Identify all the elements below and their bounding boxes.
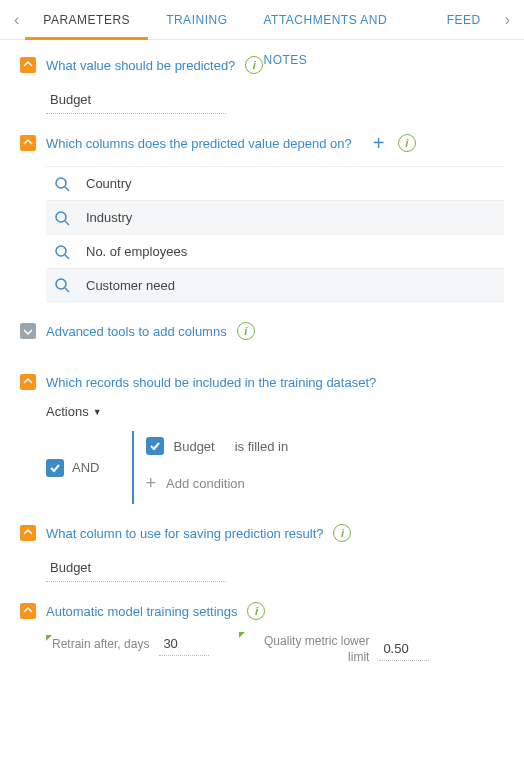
tab-bar: ‹ PARAMETERS TRAINING ATTACHMENTS AND NO… <box>0 0 524 40</box>
condition-checkbox[interactable] <box>146 437 164 455</box>
section-title: Which columns does the predicted value d… <box>46 136 352 151</box>
collapse-toggle[interactable] <box>20 525 36 541</box>
column-row[interactable]: Industry <box>46 200 504 234</box>
info-icon[interactable]: i <box>333 524 351 542</box>
save-column-field[interactable]: Budget <box>46 556 226 582</box>
predicted-value-field[interactable]: Budget <box>46 88 226 114</box>
chevron-down-icon: ▼ <box>93 407 102 417</box>
quality-limit-input[interactable]: 0.50 <box>379 639 429 661</box>
collapse-toggle[interactable] <box>20 135 36 151</box>
condition-field[interactable]: Budget <box>174 439 215 454</box>
section-title: Advanced tools to add columns <box>46 324 227 339</box>
quality-limit-label: Quality metric lower limit <box>239 634 369 665</box>
search-icon <box>54 176 70 192</box>
tab-scroll-right[interactable]: › <box>499 11 516 29</box>
actions-dropdown[interactable]: Actions ▼ <box>46 404 102 419</box>
collapse-toggle[interactable] <box>20 323 36 339</box>
tab-attachments[interactable]: ATTACHMENTS AND NOTES <box>245 0 428 40</box>
column-row[interactable]: Customer need <box>46 268 504 302</box>
add-column-button[interactable]: + <box>370 134 388 152</box>
collapse-toggle[interactable] <box>20 374 36 390</box>
actions-label: Actions <box>46 404 89 419</box>
svg-line-7 <box>65 288 69 292</box>
tab-scroll-left[interactable]: ‹ <box>8 11 25 29</box>
tab-training[interactable]: TRAINING <box>148 0 245 40</box>
collapse-toggle[interactable] <box>20 603 36 619</box>
section-title: What value should be predicted? <box>46 58 235 73</box>
svg-point-0 <box>56 178 66 188</box>
info-icon[interactable]: i <box>247 602 265 620</box>
info-icon[interactable]: i <box>398 134 416 152</box>
column-list: Country Industry No. of employees Custom… <box>46 166 504 302</box>
plus-icon: + <box>146 473 157 494</box>
svg-line-1 <box>65 187 69 191</box>
add-condition-label: Add condition <box>166 476 245 491</box>
section-title: Automatic model training settings <box>46 604 237 619</box>
column-name: Country <box>86 176 132 191</box>
column-row[interactable]: No. of employees <box>46 234 504 268</box>
and-checkbox[interactable] <box>46 459 64 477</box>
section-title: Which records should be included in the … <box>46 375 376 390</box>
section-depend-columns: Which columns does the predicted value d… <box>0 118 524 306</box>
column-name: No. of employees <box>86 244 187 259</box>
column-row[interactable]: Country <box>46 166 504 200</box>
search-icon <box>54 244 70 260</box>
collapse-toggle[interactable] <box>20 57 36 73</box>
tab-feed[interactable]: FEED <box>429 0 499 40</box>
search-icon <box>54 277 70 293</box>
section-title: What column to use for saving prediction… <box>46 526 323 541</box>
svg-point-2 <box>56 212 66 222</box>
svg-line-5 <box>65 255 69 259</box>
retrain-days-input[interactable]: 30 <box>159 634 209 656</box>
column-name: Customer need <box>86 278 175 293</box>
add-condition-button[interactable]: + Add condition <box>146 473 289 494</box>
svg-point-6 <box>56 279 66 289</box>
column-name: Industry <box>86 210 132 225</box>
condition-operator[interactable]: is filled in <box>235 439 288 454</box>
and-label: AND <box>72 460 99 475</box>
section-advanced-tools: Advanced tools to add columns i <box>0 306 524 358</box>
svg-point-4 <box>56 246 66 256</box>
retrain-days-label: Retrain after, days <box>46 637 149 653</box>
svg-line-3 <box>65 221 69 225</box>
condition-row: Budget is filled in <box>146 437 289 455</box>
info-icon[interactable]: i <box>245 56 263 74</box>
filter-divider <box>132 431 134 504</box>
info-icon[interactable]: i <box>237 322 255 340</box>
section-training-records: Which records should be included in the … <box>0 358 524 508</box>
section-save-column: What column to use for saving prediction… <box>0 508 524 586</box>
tab-parameters[interactable]: PARAMETERS <box>25 0 148 40</box>
section-auto-training: Automatic model training settings i Retr… <box>0 586 524 669</box>
section-predicted-value: What value should be predicted? i Budget <box>0 40 524 118</box>
search-icon <box>54 210 70 226</box>
